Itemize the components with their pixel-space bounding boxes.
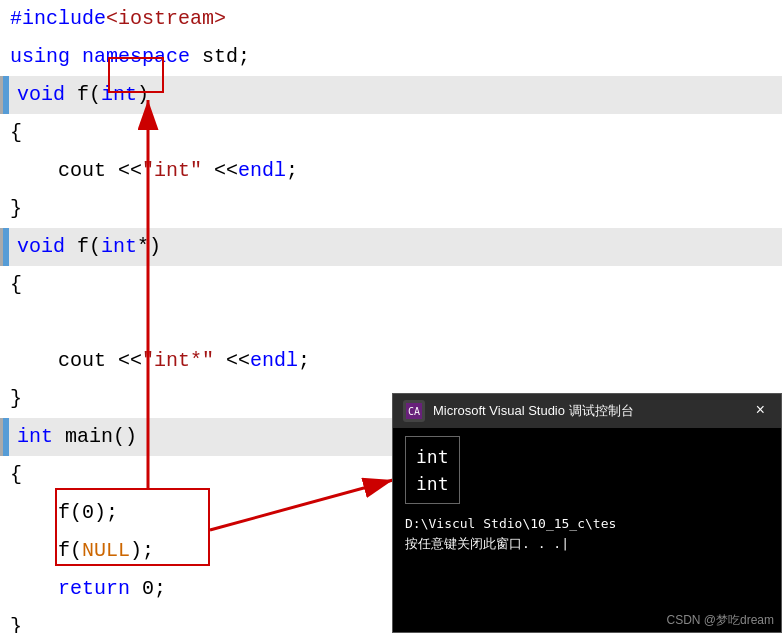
- code-line-10: cout << "int*" << endl;: [0, 342, 782, 380]
- terminal-path-text: D:\Viscul Stdio\10_15_c\tes: [405, 516, 616, 531]
- svg-text:CA: CA: [408, 406, 420, 417]
- space1: [70, 38, 82, 76]
- terminal-body: int int D:\Viscul Stdio\10_15_c\tes 按任意键…: [393, 428, 781, 632]
- call-fnull-prefix: f(: [10, 532, 82, 570]
- terminal-output-line2: int: [416, 470, 449, 497]
- code-line-7: void f(int*): [0, 228, 782, 266]
- using-keyword: using: [10, 38, 70, 76]
- call-fnull-suffix: );: [130, 532, 154, 570]
- include-keyword: #include: [10, 0, 106, 38]
- func-f1: f(: [65, 76, 101, 114]
- string-int: "int": [142, 152, 202, 190]
- void-keyword-1: void: [17, 76, 65, 114]
- close-brace-1: }: [10, 190, 22, 228]
- empty-line: [10, 304, 22, 342]
- int-main-keyword: int: [17, 418, 53, 456]
- terminal-close-button[interactable]: ×: [749, 400, 771, 422]
- null-keyword: NULL: [82, 532, 130, 570]
- namespace-keyword: namespace: [82, 38, 190, 76]
- terminal-title-text: Microsoft Visual Studio 调试控制台: [433, 402, 634, 420]
- terminal-output-line1: int: [416, 443, 449, 470]
- line-indicator-7: [3, 228, 9, 266]
- open-brace-2: {: [10, 266, 22, 304]
- code-line-1: #include<iostream>: [0, 0, 782, 38]
- terminal-title-left: CA Microsoft Visual Studio 调试控制台: [403, 400, 634, 422]
- code-line-3: void f(int): [0, 76, 782, 114]
- line-indicator-3: [3, 76, 9, 114]
- call-f0: f(0);: [10, 494, 118, 532]
- string-intstar: "int*": [142, 342, 214, 380]
- star-close: *): [137, 228, 161, 266]
- terminal-titlebar: CA Microsoft Visual Studio 调试控制台 ×: [393, 394, 781, 428]
- semicolon-1: ;: [286, 152, 298, 190]
- close-paren-1: ): [137, 76, 149, 114]
- open-brace-1: {: [10, 114, 22, 152]
- return-keyword: return: [58, 570, 130, 608]
- endl-2: endl: [250, 342, 298, 380]
- int-param-1: int: [101, 76, 137, 114]
- close-brace-2: }: [10, 380, 22, 418]
- endl-1: endl: [238, 152, 286, 190]
- semicolon-2: ;: [298, 342, 310, 380]
- return-indent: [10, 570, 58, 608]
- close-brace-3: }: [10, 608, 22, 633]
- terminal-window: CA Microsoft Visual Studio 调试控制台 × int i…: [392, 393, 782, 633]
- op-endl-1: <<: [202, 152, 238, 190]
- terminal-close-hint: 按任意键关闭此窗口. . .|: [405, 535, 769, 553]
- void-keyword-2: void: [17, 228, 65, 266]
- terminal-app-icon: CA: [403, 400, 425, 422]
- line-indicator-12: [3, 418, 9, 456]
- cout-text-1: cout <<: [10, 152, 142, 190]
- return-value: 0;: [130, 570, 166, 608]
- code-line-6: }: [0, 190, 782, 228]
- code-line-8: {: [0, 266, 782, 304]
- int-param-2: int: [101, 228, 137, 266]
- code-line-9: [0, 304, 782, 342]
- cout-text-2: cout <<: [10, 342, 142, 380]
- watermark: CSDN @梦吃dream: [666, 612, 774, 629]
- terminal-path: D:\Viscul Stdio\10_15_c\tes: [405, 516, 769, 531]
- std-text: std;: [190, 38, 250, 76]
- op-endl-2: <<: [214, 342, 250, 380]
- terminal-output-box: int int: [405, 436, 460, 504]
- header-name: <iostream>: [106, 0, 226, 38]
- open-brace-3: {: [10, 456, 22, 494]
- code-line-5: cout << "int" << endl;: [0, 152, 782, 190]
- code-line-2: using namespace std;: [0, 38, 782, 76]
- func-f2: f(: [65, 228, 101, 266]
- code-line-4: {: [0, 114, 782, 152]
- main-text: main(): [53, 418, 137, 456]
